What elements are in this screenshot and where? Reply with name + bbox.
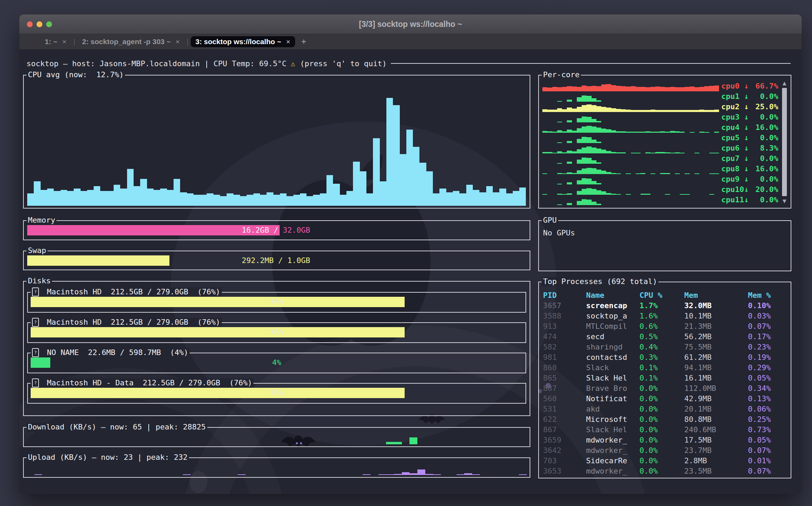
column-mem-pct: Mem % [748,291,787,300]
gpu-message: No GPUs [539,221,791,237]
column-name: Name [586,291,639,300]
process-row: 622 Microsoft 0.0% 80.8MB 0.25% [543,414,787,424]
process-row: 3659 mdworker_ 0.0% 17.5MB 0.05% [543,435,787,445]
disk-percent-label: 76% [31,327,523,337]
scroll-down-icon[interactable]: ▼ [783,198,787,204]
tab[interactable]: 1: ~ × [40,36,71,47]
dashboard: socktop — host: Jasons-MBP.localdomain |… [19,49,802,494]
arrow-down-icon: ↓ [744,195,749,204]
disk-icon: ? [32,348,39,357]
disk-panel: ? Macintosh HD - Data 212.5GB / 279.0GB … [27,383,526,404]
core-label: cpu8↓ 16.0% [719,164,778,174]
cpu-avg-chart [27,83,526,206]
scroll-thumb[interactable] [782,88,787,196]
header-rule [391,63,791,64]
window-title: [3/3] socktop ws://localho ~ [19,20,802,29]
arrow-down-icon: ↓ [744,82,749,90]
swap-gauge: 292.2MB / 1.0GB [27,255,526,266]
arrow-down-icon: ↓ [744,113,749,121]
core-sparkline [542,92,719,102]
quit-hint: (press 'q' to quit) [300,59,387,68]
core-label: cpu7↓ 0.0% [719,153,778,164]
tab-label: 1: ~ [45,38,58,46]
arrow-down-icon: ↓ [744,144,749,152]
process-row: 3657 screencap 1.7% 32.0MB 0.10% [543,300,787,311]
disk-percent-label: 4% [31,357,523,368]
process-row: 703 SidecarRe 0.0% 2.8MB 0.01% [543,455,787,466]
tab-close-icon[interactable]: × [62,38,66,46]
disk-gauge: 76% [31,297,523,307]
process-row: 867 Slack Hel 0.0% 240.6MB 0.73% [543,424,787,435]
core-sparkline [542,133,719,143]
memory-title: Memory [27,216,56,225]
arrow-down-icon: ↓ [744,133,749,142]
per-core-title: Per-core [542,70,581,79]
core-sparkline [542,82,719,91]
tab-close-icon[interactable]: × [176,38,180,46]
tab[interactable]: 2: socktop_agent -p 303 ~ × [77,36,185,47]
process-list: 3657 screencap 1.7% 32.0MB 0.10% 3588 so… [543,300,787,476]
disk-title: ? Macintosh HD 212.5GB / 279.0GB (76%) [31,318,222,327]
core-row: cpu6↓ 8.3% [542,143,778,153]
download-title: Download (KB/s) — now: 65 | peak: 28825 [27,423,207,432]
tab[interactable]: 3: socktop ws://localho ~ × [191,36,295,47]
disk-icon: ? [32,287,39,296]
new-tab-button[interactable]: + [301,37,306,47]
memory-label: 16.2GB / 32.0GB [242,225,310,235]
core-label: cpu10↓ 20.0% [719,184,778,195]
core-label: cpu3↓ 0.0% [719,112,778,122]
disks-title: Disks [27,276,52,285]
arrow-down-icon: ↓ [744,123,749,132]
disk-gauge: 76% [31,388,523,398]
arrow-down-icon: ↓ [744,175,749,183]
core-label: cpu2↓ 25.0% [719,102,778,112]
panel-download: Download (KB/s) — now: 65 | peak: 28825 [23,427,530,447]
process-row: 3588 socktop_a 1.6% 10.1MB 0.03% [543,311,787,321]
core-label: cpu0↓ 66.7% [719,81,778,91]
swap-label: 292.2MB / 1.0GB [242,255,310,266]
upload-chart [27,463,527,475]
core-list: cpu0↓ 66.7% cpu1↓ 0.0% cpu2↓ 25.0% cpu3↓… [542,81,778,205]
scrollbar[interactable]: ▲ ▼ [780,80,789,204]
column-pid: PID [543,291,586,300]
warning-icon: ⚠ [291,59,295,68]
process-row: 3653 mdworker_ 0.0% 23.5MB 0.07% [543,466,787,476]
core-label: cpu11↓ 0.0% [719,195,778,205]
disk-list: ? Macintosh HD 212.5GB / 279.0GB (76%) 7… [27,292,526,404]
tab-close-icon[interactable]: × [286,38,290,46]
scroll-up-icon[interactable]: ▲ [783,80,787,87]
process-row: 860 Slack 0.1% 94.1MB 0.29% [543,362,787,373]
header-line: socktop — host: Jasons-MBP.localdomain |… [27,56,791,71]
core-row: cpu9↓ 0.0% [542,174,778,184]
core-row: cpu10↓ 20.0% [542,184,778,195]
disk-gauge: 76% [31,327,523,337]
tab-label: 3: socktop ws://localho ~ [196,38,281,46]
tab-list: 1: ~ × | 2: socktop_agent -p 303 ~ × | 3… [40,36,295,47]
process-row: 531 akd 0.0% 20.1MB 0.06% [543,404,787,414]
titlebar[interactable]: [3/3] socktop ws://localho ~ [19,14,802,34]
core-row: cpu7↓ 0.0% [542,153,778,164]
tab-bar: 1: ~ × | 2: socktop_agent -p 303 ~ × | 3… [19,34,802,49]
disk-panel: ? NO NAME 22.6MB / 598.7MB (4%) 4% [27,353,526,373]
tab-label: 2: socktop_agent -p 303 ~ [82,38,171,46]
core-row: cpu0↓ 66.7% [542,81,778,91]
disk-icon: ? [32,318,39,327]
core-row: cpu3↓ 0.0% [542,112,778,122]
tab-separator: | [187,38,188,46]
disk-title: ? NO NAME 22.6MB / 598.7MB (4%) [31,348,190,357]
core-sparkline [542,144,719,153]
process-row: 474 secd 0.5% 56.2MB 0.17% [543,331,787,342]
core-row: cpu11↓ 0.0% [542,195,778,205]
process-row: 582 sharingd 0.4% 75.5MB 0.23% [543,342,787,352]
right-column: Per-core cpu0↓ 66.7% cpu1↓ 0.0% cpu2↓ 25… [538,75,791,478]
download-chart [27,433,527,444]
process-row: 887 Brave Bro 0.0% 112.0MB 0.34% [543,383,787,393]
panel-memory: Memory 16.2GB / 32.0GB [23,220,530,240]
terminal-content: socktop — host: Jasons-MBP.localdomain |… [19,49,802,494]
disk-gauge: 4% [31,357,523,368]
arrow-down-icon: ↓ [744,154,749,163]
tab-separator: | [73,38,75,46]
process-row: 913 MTLCompil 0.6% 21.3MB 0.07% [543,321,787,331]
terminal-window: [3/3] socktop ws://localho ~ 1: ~ × | 2:… [19,14,802,494]
arrow-down-icon: ↓ [744,185,749,194]
